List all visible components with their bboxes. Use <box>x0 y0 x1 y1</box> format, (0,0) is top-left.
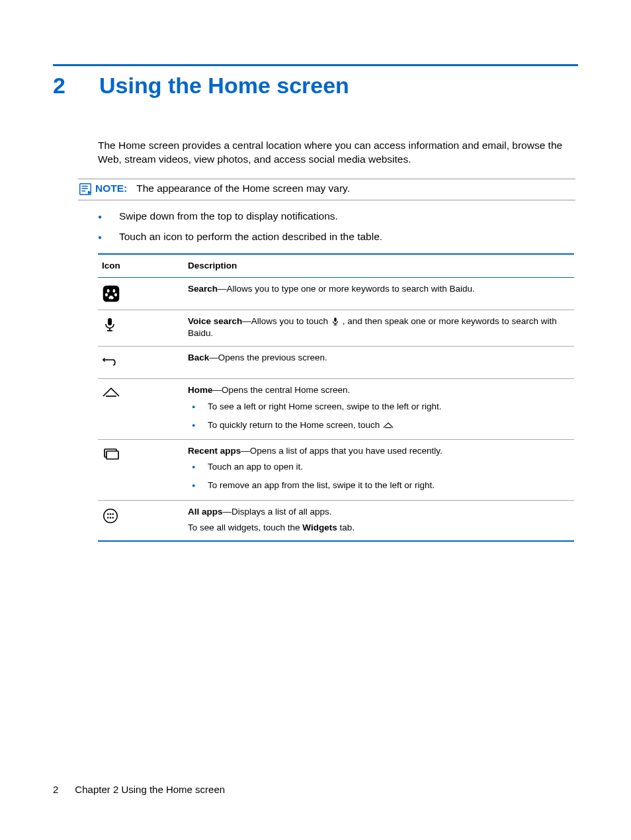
back-icon <box>102 353 120 372</box>
note-callout: NOTE:The appearance of the Home screen m… <box>78 179 575 200</box>
page-content: The Home screen provides a central locat… <box>98 139 574 542</box>
footer-chapter-label: Chapter 2 Using the Home screen <box>75 784 225 795</box>
cell-icon-home <box>98 384 188 433</box>
baidu-search-icon: du <box>102 284 120 303</box>
svg-rect-7 <box>108 318 112 325</box>
recent-apps-icon <box>102 446 120 465</box>
icon-table: Icon Description <box>98 253 574 542</box>
svg-point-23 <box>112 517 114 518</box>
intro-paragraph: The Home screen provides a central locat… <box>98 139 574 167</box>
table-row-back: Back—Opens the previous screen. <box>98 347 574 379</box>
chapter-heading: 2Using the Home screen <box>53 73 349 99</box>
home-bold: Home <box>188 385 213 395</box>
svg-point-21 <box>107 517 108 518</box>
cell-desc-allapps: All apps—Displays a list of all apps. To… <box>188 506 574 534</box>
cell-icon-back <box>98 352 188 372</box>
cell-desc-recent: Recent apps—Opens a list of apps that yo… <box>188 445 574 493</box>
cell-icon-search: du <box>98 283 188 303</box>
home-sub-1: To see a left or right Home screen, swip… <box>188 401 574 413</box>
table-header-icon: Icon <box>98 260 188 272</box>
intro-bullet-list: Swipe down from the top to display notif… <box>98 210 574 244</box>
home-sub-2: To quickly return to the Home screen, to… <box>188 419 574 431</box>
note-icon <box>78 182 95 196</box>
footer-page-number: 2 <box>53 784 58 795</box>
table-row-voice: Voice search—Allows you to touch , and t… <box>98 310 574 347</box>
svg-point-2 <box>107 289 110 292</box>
svg-point-4 <box>105 293 108 296</box>
svg-point-3 <box>112 289 115 292</box>
inline-microphone-icon <box>331 317 340 326</box>
microphone-icon <box>102 317 120 335</box>
table-row-search: du Search—Allows you to type one or more… <box>98 278 574 310</box>
table-body: du Search—Allows you to type one or more… <box>98 278 574 542</box>
cell-desc-home: Home—Opens the central Home screen. To s… <box>188 384 574 433</box>
cell-desc-voice: Voice search—Allows you to touch , and t… <box>188 315 574 339</box>
home-icon <box>102 386 120 404</box>
chapter-top-rule <box>53 64 578 66</box>
home-sub-list: To see a left or right Home screen, swip… <box>188 401 574 431</box>
recent-sub-2: To remove an app from the list, swipe it… <box>188 480 574 491</box>
svg-point-22 <box>110 517 111 518</box>
allapps-line2b: tab. <box>337 523 355 532</box>
note-body: The appearance of the Home screen may va… <box>136 183 350 194</box>
cell-desc-search: Search—Allows you to type one or more ke… <box>188 283 574 303</box>
svg-rect-10 <box>334 318 337 322</box>
chapter-number: 2 <box>53 73 99 99</box>
cell-icon-voice <box>98 315 188 339</box>
table-row-home: Home—Opens the central Home screen. To s… <box>98 379 574 440</box>
intro-bullet-1: Swipe down from the top to display notif… <box>98 210 574 224</box>
search-rest: —Allows you to type one or more keywords… <box>218 284 475 294</box>
back-bold: Back <box>188 353 209 362</box>
voice-bold: Voice search <box>188 316 242 326</box>
table-row-recent: Recent apps—Opens a list of apps that yo… <box>98 440 574 501</box>
allapps-line2bold: Widgets <box>302 523 337 532</box>
back-rest: —Opens the previous screen. <box>209 353 327 362</box>
document-page: 2Using the Home screen The Home screen p… <box>0 0 631 840</box>
svg-point-18 <box>107 513 108 515</box>
cell-desc-back: Back—Opens the previous screen. <box>188 352 574 372</box>
allapps-line2a: To see all widgets, touch the <box>188 523 302 532</box>
note-text: NOTE:The appearance of the Home screen m… <box>95 182 350 196</box>
all-apps-icon <box>102 507 120 526</box>
home-rest: —Opens the central Home screen. <box>213 385 351 395</box>
recent-rest: —Opens a list of apps that you have used… <box>241 446 442 456</box>
svg-text:du: du <box>109 297 113 301</box>
note-label: NOTE: <box>95 183 127 194</box>
svg-point-17 <box>104 509 117 522</box>
chapter-title: Using the Home screen <box>99 73 349 98</box>
home-sub-2-text: To quickly return to the Home screen, to… <box>208 420 382 430</box>
recent-bold: Recent apps <box>188 446 241 456</box>
page-footer: 2 Chapter 2 Using the Home screen <box>53 784 225 795</box>
cell-icon-allapps <box>98 506 188 534</box>
intro-bullet-2: Touch an icon to perform the action desc… <box>98 230 574 244</box>
svg-point-19 <box>110 513 111 515</box>
recent-sub-1: Touch an app to open it. <box>188 461 574 473</box>
svg-point-5 <box>114 293 117 296</box>
allapps-bold: All apps <box>188 507 223 517</box>
table-row-allapps: All apps—Displays a list of all apps. To… <box>98 501 574 540</box>
svg-point-20 <box>112 513 114 515</box>
cell-icon-recent <box>98 445 188 493</box>
allapps-rest: —Displays a list of all apps. <box>223 507 332 517</box>
table-header-desc: Description <box>188 260 574 272</box>
table-header-row: Icon Description <box>98 253 574 278</box>
inline-home-icon <box>382 421 392 430</box>
svg-rect-16 <box>106 451 118 459</box>
search-bold: Search <box>188 284 218 294</box>
voice-before: —Allows you to touch <box>242 316 331 326</box>
recent-sub-list: Touch an app to open it. To remove an ap… <box>188 461 574 491</box>
